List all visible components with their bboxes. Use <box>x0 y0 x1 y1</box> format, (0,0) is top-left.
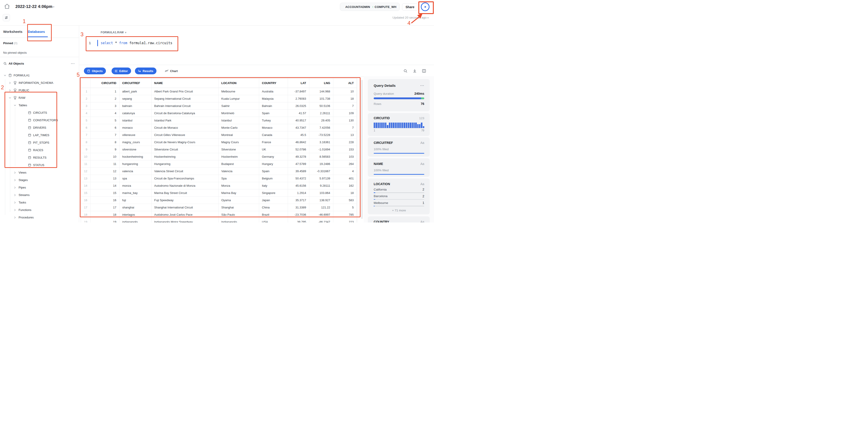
table-cell[interactable]: Canada <box>259 131 288 139</box>
tree-item-lap_times[interactable]: LAP_TIMES <box>0 131 79 139</box>
table-cell[interactable]: 7 <box>333 102 357 110</box>
table-cell[interactable]: 1.2914 <box>288 190 309 197</box>
table-cell[interactable]: Sepang International Circuit <box>152 95 219 102</box>
table-cell[interactable]: 43.7347 <box>288 124 309 131</box>
toggle-results-button[interactable]: Results <box>135 68 156 74</box>
tree-item-views[interactable]: Views <box>0 169 79 176</box>
table-cell[interactable]: 5 <box>91 117 120 124</box>
tree-item-races[interactable]: RACES <box>0 146 79 154</box>
table-cell[interactable]: monza <box>120 182 152 190</box>
top-value-row[interactable]: Barcelona2 <box>374 195 424 200</box>
table-cell[interactable]: Spain <box>259 168 288 175</box>
chevron-down-icon[interactable] <box>3 74 7 77</box>
table-cell[interactable]: 7 <box>91 131 120 139</box>
toggle-objects-button[interactable]: Objects <box>84 68 106 74</box>
table-cell[interactable]: 45.5 <box>288 131 309 139</box>
sql-code[interactable]: select * from formula1.raw.circuits <box>101 41 172 45</box>
table-cell[interactable]: São Paulo <box>219 211 259 218</box>
top-value-row[interactable]: Melbourne1 <box>374 201 424 206</box>
table-cell[interactable]: 101.738 <box>309 95 333 102</box>
tab-worksheets[interactable]: Worksheets <box>3 30 23 34</box>
table-cell[interactable]: Shanghai <box>219 204 259 211</box>
table-cell[interactable]: 50.5106 <box>309 102 333 110</box>
table-cell[interactable]: Belgium <box>259 175 288 182</box>
column-header-lng[interactable]: LNG <box>309 78 333 88</box>
table-cell[interactable]: Circuit Gilles Villeneuve <box>152 131 219 139</box>
column-header-name[interactable]: NAME <box>152 78 219 88</box>
tree-item-procedures[interactable]: Procedures <box>0 214 79 221</box>
table-cell[interactable]: 19.2486 <box>309 161 333 168</box>
table-cell[interactable]: marina_bay <box>120 190 152 197</box>
table-cell[interactable]: Japan <box>259 197 288 204</box>
table-cell[interactable]: 223 <box>333 218 357 222</box>
table-cell[interactable]: 264 <box>333 161 357 168</box>
table-cell[interactable]: -46.6997 <box>309 211 333 218</box>
table-cell[interactable]: 15 <box>91 190 120 197</box>
table-cell[interactable]: 14 <box>91 182 120 190</box>
table-cell[interactable]: spa <box>120 175 152 182</box>
table-cell[interactable]: 45.6156 <box>288 182 309 190</box>
table-cell[interactable]: Singapore <box>259 190 288 197</box>
toggle-chart-button[interactable]: Chart <box>165 68 178 74</box>
column-header-lat[interactable]: LAT <box>288 78 309 88</box>
table-cell[interactable]: 17 <box>91 204 120 211</box>
table-cell[interactable]: 8 <box>91 139 120 146</box>
table-cell[interactable]: Monaco <box>259 124 288 131</box>
chevron-right-icon[interactable] <box>13 208 17 212</box>
table-cell[interactable]: Melbourne <box>219 88 259 95</box>
chevron-right-icon[interactable] <box>8 89 12 92</box>
tree-item-formula1[interactable]: FORMULA1 <box>0 72 79 79</box>
chevron-right-icon[interactable] <box>13 178 17 182</box>
tree-item-pipes[interactable]: Pipes <box>0 184 79 191</box>
table-cell[interactable]: 7.42056 <box>309 124 333 131</box>
table-cell[interactable]: Autódromo José Carlos Pace <box>152 211 219 218</box>
table-cell[interactable]: indianapolis <box>120 218 152 222</box>
table-cell[interactable]: Valencia <box>219 168 259 175</box>
table-cell[interactable]: Indianapolis Motor Speedway <box>152 218 219 222</box>
table-cell[interactable]: Fuji Speedway <box>152 197 219 204</box>
table-cell[interactable]: albert_park <box>120 88 152 95</box>
table-cell[interactable]: villeneuve <box>120 131 152 139</box>
table-cell[interactable]: USA <box>259 218 288 222</box>
column-stat-name[interactable]: NAME Aa 100% filled <box>368 159 430 177</box>
tree-item-status[interactable]: STATUS <box>0 161 79 169</box>
context-selector[interactable]: ACCOUNTADMIN COMPUTE_WH <box>340 3 400 11</box>
home-icon[interactable] <box>4 3 11 10</box>
table-cell[interactable]: 46.8642 <box>288 139 309 146</box>
table-cell[interactable]: 16 <box>91 197 120 204</box>
column-header-circuitid[interactable]: CIRCUITID <box>91 78 120 88</box>
table-cell[interactable]: Hockenheimring <box>152 153 219 161</box>
table-cell[interactable]: 13 <box>333 131 357 139</box>
tree-item-functions[interactable]: Functions <box>0 206 79 214</box>
table-cell[interactable]: 785 <box>333 211 357 218</box>
chevron-right-icon[interactable] <box>8 81 12 85</box>
column-stat-circuitid[interactable]: CIRCUITID 123 1 79 <box>368 113 430 136</box>
table-cell[interactable]: 4 <box>91 110 120 117</box>
table-cell[interactable]: 10 <box>333 88 357 95</box>
table-cell[interactable]: Turkey <box>259 117 288 124</box>
table-cell[interactable]: 2.76083 <box>288 95 309 102</box>
table-cell[interactable]: Bahrain <box>259 102 288 110</box>
table-cell[interactable]: 8.56583 <box>309 153 333 161</box>
table-cell[interactable]: bahrain <box>120 102 152 110</box>
table-cell[interactable]: Albert Park Grand Prix Circuit <box>152 88 219 95</box>
table-cell[interactable]: -86.2347 <box>309 218 333 222</box>
table-cell[interactable]: 5.97139 <box>309 175 333 182</box>
table-cell[interactable]: Hockenheim <box>219 153 259 161</box>
table-cell[interactable]: 47.5789 <box>288 161 309 168</box>
table-cell[interactable]: Valencia Street Circuit <box>152 168 219 175</box>
table-cell[interactable]: -1.01694 <box>309 146 333 153</box>
table-cell[interactable]: 29.405 <box>309 117 333 124</box>
chevron-right-icon[interactable] <box>13 186 17 190</box>
table-cell[interactable]: 162 <box>333 182 357 190</box>
table-cell[interactable]: istanbul <box>120 117 152 124</box>
tree-item-public[interactable]: PUBLIC <box>0 87 79 94</box>
table-cell[interactable]: Circuit de Monaco <box>152 124 219 131</box>
table-cell[interactable]: 103 <box>333 153 357 161</box>
tree-item-circuits[interactable]: CIRCUITS <box>0 109 79 116</box>
table-cell[interactable]: Marina Bay Street Circuit <box>152 190 219 197</box>
table-cell[interactable]: sepang <box>120 95 152 102</box>
table-cell[interactable]: monaco <box>120 124 152 131</box>
table-cell[interactable]: 10 <box>91 153 120 161</box>
chevron-down-icon[interactable] <box>8 96 12 100</box>
